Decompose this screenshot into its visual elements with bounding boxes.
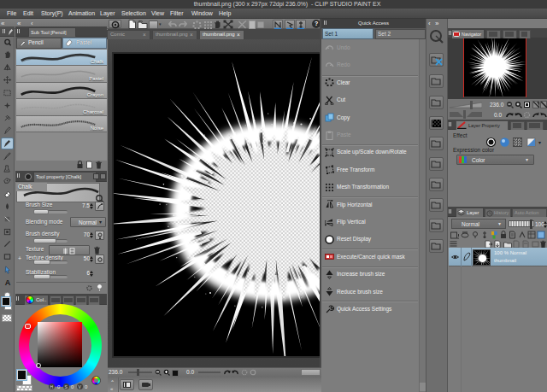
- svg-text:A: A: [4, 278, 10, 287]
